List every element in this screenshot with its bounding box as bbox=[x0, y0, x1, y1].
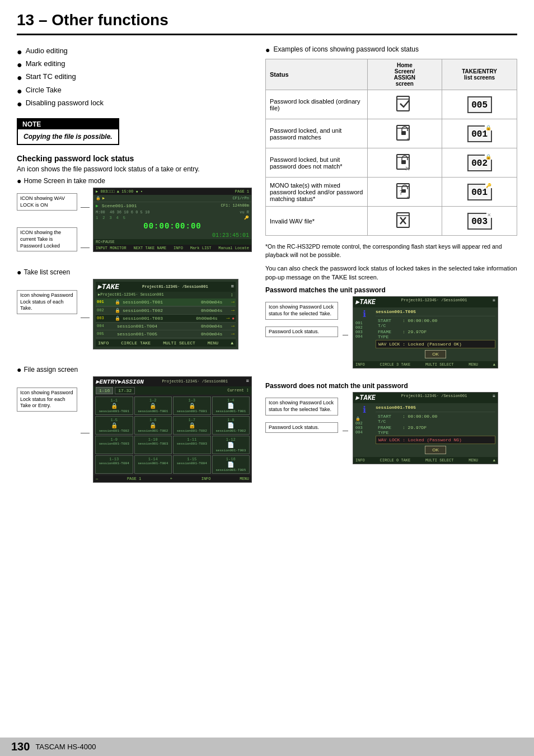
table-row: Invalid WAV file* 003 bbox=[266, 207, 517, 236]
svg-rect-3 bbox=[401, 131, 406, 135]
locked-nomatch-icon bbox=[395, 151, 415, 171]
col-home: HomeScreen/ASSIGNscreen bbox=[367, 59, 442, 90]
pw-nomatch-heading: Password does not match the unit passwor… bbox=[265, 382, 517, 390]
bullet-dot: ● bbox=[17, 46, 22, 57]
pw-nomatch-section: Icon showing Password Lock status for th… bbox=[265, 392, 517, 470]
popup-nomatch-frame-row: FRAME TYPE : 29.97DF bbox=[376, 424, 495, 436]
bullet-dot: ● bbox=[17, 72, 22, 83]
locked-match-icon bbox=[395, 122, 415, 142]
assign-cell: 1-5🔒session001-T002 bbox=[95, 416, 133, 435]
assign-cell: 1-16📄session001-T005 bbox=[212, 455, 250, 474]
home-screen-mockup: ▶ 883□□□ ▲ 15:00 ● ▪ PAGE 1 🔒 ▶ CF1/rPn … bbox=[93, 188, 252, 252]
callout-pw-match: Password Lock status. bbox=[265, 326, 338, 338]
home-top-bar: ▶ 883□□□ ▲ 15:00 ● ▪ PAGE 1 bbox=[93, 188, 251, 195]
assign-cell: 1-9 session001-T003 bbox=[95, 436, 133, 454]
home-icon-cell bbox=[367, 119, 442, 148]
callout-wav-icon: ICON showing WAV LOCK is ON bbox=[17, 193, 77, 211]
popup-match-header: ▶TAKE Project01-12345· /Session001 ≡ bbox=[353, 297, 498, 307]
footer-product: TASCAM HS-4000 bbox=[35, 743, 96, 751]
assign-cell: 1-6🔒session001-T002 bbox=[134, 416, 172, 435]
home-icons-row: 🔒 ▶ CF1/rPn bbox=[93, 195, 251, 202]
take-list-label-row: ● Take list screen bbox=[17, 268, 252, 277]
callout-take: Icon showing Password Lock status of eac… bbox=[17, 290, 77, 314]
home-icon-cell: ? bbox=[367, 178, 442, 207]
pw-match-heading: Password matches the unit password bbox=[265, 286, 517, 294]
ok-button-nomatch[interactable]: OK bbox=[425, 446, 446, 454]
ok-button[interactable]: OK bbox=[425, 350, 446, 358]
home-track-numbers: 12345 🔑 bbox=[93, 215, 251, 221]
list-icon-cell: 001 🔒 bbox=[442, 119, 517, 148]
callout-pw-nomatch: Password Lock status. bbox=[265, 422, 338, 433]
table-row: Password lock disabled (ordinary file) 0… bbox=[266, 90, 517, 119]
status-cell: Password locked, but unit password does … bbox=[266, 148, 368, 178]
take-annotation: Icon showing Password Lock status of eac… bbox=[17, 279, 77, 357]
left-column: ● Audio editing ● Mark editing ● Start T… bbox=[17, 45, 252, 498]
badge-002: 002 🔒 bbox=[467, 155, 492, 171]
take-list-section: Icon showing Password Lock status of eac… bbox=[17, 279, 252, 357]
assign-screen-section: Icon showing Password Lock status for ea… bbox=[17, 376, 252, 491]
badge-001: 001 🔒 bbox=[467, 125, 492, 142]
popup-nomatch-nav: INFO CIRCLE 0 TAKE MULTI SELECT MENU ▲ bbox=[353, 457, 498, 464]
list-item: ● Audio editing bbox=[17, 45, 252, 58]
popup-start-row: START T/C : 00:00:00.00 bbox=[376, 318, 495, 329]
callout-pw-icon: ICON showing the current Take is Passwor… bbox=[17, 227, 77, 251]
status-cell: MONO take(s) with mixed password locked … bbox=[266, 178, 368, 207]
svg-rect-0 bbox=[397, 96, 409, 111]
assign-cell: 1-4📄session001-T001 bbox=[212, 396, 250, 415]
assign-cell: 1-1🔒session001-T001 bbox=[95, 396, 133, 415]
popup-match-screen: ▶TAKE Project01-12345· /Session001 ≡ ℹ 0… bbox=[353, 296, 498, 368]
col-status: Status bbox=[266, 59, 368, 90]
assign-screen-mockup: ▶ENTRY►ASSIGN Project01-12345· /Session0… bbox=[93, 376, 252, 483]
popup-nomatch-left-panel: ℹ 🔒 002 003 004 bbox=[355, 404, 373, 456]
callout-assign: Icon showing Password Lock status for ea… bbox=[17, 388, 77, 412]
table-row: Password locked, but unit password does … bbox=[266, 148, 517, 178]
badge-005: 005 bbox=[467, 96, 492, 113]
col-take: TAKE/ENTRYlist screens bbox=[442, 59, 517, 90]
popup-match-nav: INFO CIRCLE 3 TAKE MULTI SELECT MENU ▲ bbox=[353, 361, 498, 368]
take-row-1: 001 🔒 session001-T001 0h00m04s → bbox=[96, 298, 236, 307]
take-subheader: ▶Project01-12345· Session001 ↕ bbox=[96, 292, 236, 298]
home-bottom-bar-nav: INPUT MONITOR NEXT TAKE NAME INFO Mark L… bbox=[93, 245, 251, 251]
bullet-list: ● Audio editing ● Mark editing ● Start T… bbox=[17, 45, 252, 110]
assign-header: ▶ENTRY►ASSIGN Project01-12345· /Session0… bbox=[93, 377, 251, 386]
popup-nomatch-right-panel: session001-T005 START T/C : 00:00:00.00 … bbox=[376, 404, 495, 456]
list-item: ● Mark editing bbox=[17, 58, 252, 71]
svg-rect-7 bbox=[401, 160, 406, 164]
mono-mixed-icon: ? bbox=[395, 180, 415, 200]
note-label: NOTE bbox=[18, 119, 118, 129]
home-annotations: ICON showing WAV LOCK is ON ICON showing… bbox=[17, 188, 77, 260]
callout-showing-nomatch: Icon showing Password Lock status for th… bbox=[265, 398, 338, 415]
popup-right-panel: session001-T005 START T/C : 00:00:00.00 … bbox=[376, 309, 495, 360]
assign-cell: 1-12📄session001-T003 bbox=[212, 436, 250, 454]
list-item: ● Circle Take bbox=[17, 85, 252, 97]
take-row-2: 002 🔒 session001-T002 0h00m04s → bbox=[96, 307, 236, 315]
unlocked-file-icon bbox=[395, 93, 415, 113]
assign-cell: 1-2🔒session001-T001 bbox=[134, 396, 172, 415]
home-big-time: 01:23:45:01 bbox=[93, 232, 251, 239]
pw-match-annotations: Icon showing Password Lock status for th… bbox=[265, 296, 338, 374]
note-content: Copying the file is possible. bbox=[18, 129, 118, 144]
list-item: ● Start TC editing bbox=[17, 71, 252, 84]
table-footnote: *On the RC-HS32PD remote control, the co… bbox=[265, 242, 517, 259]
examples-heading: Examples of icons showing password lock … bbox=[273, 45, 418, 53]
popup-left-panel: ℹ 001 002 003 004 bbox=[355, 309, 373, 360]
para1: You can also check the password lock sta… bbox=[265, 264, 517, 282]
assign-cell: 1-13 session001-T004 bbox=[95, 455, 133, 474]
page-title: 13 – Other functions bbox=[17, 11, 517, 35]
bullet-dot: ● bbox=[17, 86, 22, 96]
assign-bottom: — PAGE 1 + INFO MENU bbox=[93, 475, 251, 482]
home-icon-cell bbox=[367, 207, 442, 236]
section-heading: Checking password lock status bbox=[17, 154, 252, 163]
callout-showing-match: Icon showing Password Lock status for th… bbox=[265, 302, 338, 319]
table-row: MONO take(s) with mixed password locked … bbox=[266, 178, 517, 207]
section-text: An icon shows the file password lock sta… bbox=[17, 165, 252, 173]
home-track-labels: M:00 46 36 10 6 0 5 10 vu R bbox=[93, 209, 251, 215]
popup-nomatch-info-area: ℹ 🔒 002 003 004 session001-T005 START T/… bbox=[353, 403, 498, 457]
popup-nomatch-ok-row: OK bbox=[376, 444, 495, 456]
assign-tabs-row: 1-16 17-32 Current ↕ bbox=[93, 386, 251, 395]
take-row-4: 004 session001-T004 0h00m04s → bbox=[96, 323, 236, 330]
popup-ok-row: OK bbox=[376, 348, 495, 360]
take-row-3: 003 🔒 session001-T003 0h00m04s → ● bbox=[96, 315, 236, 323]
assign-cell: 1-11 session001-T003 bbox=[173, 436, 211, 454]
take-row-5: 005 session001-T005 0h00m04s → bbox=[96, 330, 236, 338]
